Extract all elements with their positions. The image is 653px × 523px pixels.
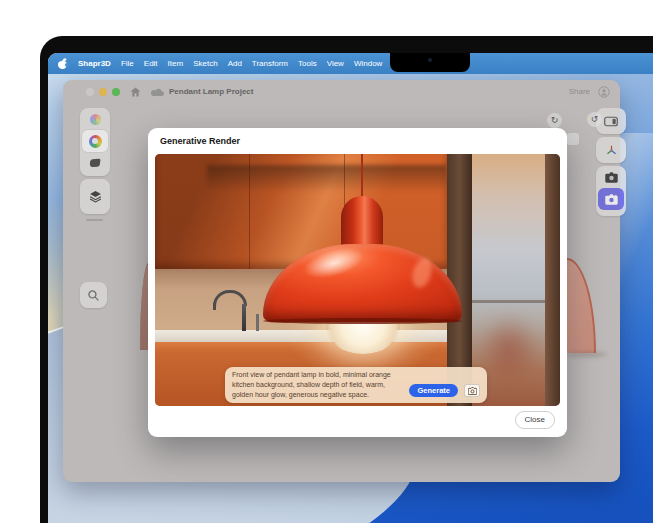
menu-item[interactable]: Item <box>163 59 189 68</box>
menu-shapr3d[interactable]: Shapr3D <box>73 59 116 68</box>
menu-add[interactable]: Add <box>223 59 247 68</box>
scene-window-mullion <box>472 300 545 303</box>
generate-button[interactable]: Generate <box>409 384 458 397</box>
menu-file[interactable]: File <box>116 59 139 68</box>
menu-transform[interactable]: Transform <box>247 59 293 68</box>
scene-soffit-shadow <box>207 165 447 192</box>
apple-menu-icon[interactable] <box>58 58 67 69</box>
render-preview-image: Front view of pendant lamp in bold, mini… <box>155 154 560 406</box>
menu-window[interactable]: Window <box>349 59 387 68</box>
display-notch <box>390 53 470 72</box>
menu-tools[interactable]: Tools <box>293 59 322 68</box>
app-window: Pendant Lamp Project Share <box>63 80 620 482</box>
prompt-input[interactable]: Front view of pendant lamp in bold, mini… <box>232 370 403 400</box>
menu-sketch[interactable]: Sketch <box>188 59 222 68</box>
camera-icon <box>468 387 477 395</box>
scene-city-blur <box>478 312 540 384</box>
scene-faucet <box>213 290 263 335</box>
macbook-screen: Pendant Lamp Project Share <box>48 53 653 523</box>
generative-render-dialog: Generative Render <box>148 128 567 437</box>
dialog-title: Generative Render <box>160 128 240 154</box>
facetime-camera <box>428 58 432 62</box>
scene-right-frame <box>545 154 560 406</box>
page: Pendant Lamp Project Share <box>0 0 653 523</box>
close-dialog-button[interactable]: Close <box>515 411 555 429</box>
lamp-cord <box>361 154 363 198</box>
menu-view[interactable]: View <box>322 59 349 68</box>
menu-edit[interactable]: Edit <box>139 59 163 68</box>
lamp-dome-rim <box>263 318 462 324</box>
prompt-bar: Front view of pendant lamp in bold, mini… <box>225 367 487 403</box>
menu-bar: Shapr3D File Edit Item Sketch Add Transf… <box>48 53 653 74</box>
lamp-cap <box>341 196 383 250</box>
capture-viewpoint-button[interactable] <box>464 384 480 397</box>
